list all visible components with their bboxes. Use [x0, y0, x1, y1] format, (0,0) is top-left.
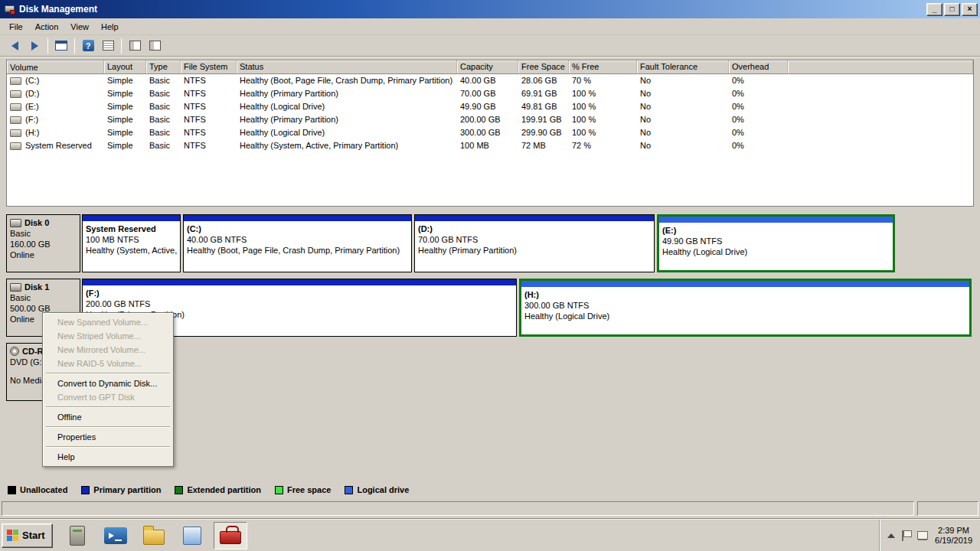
partition-c[interactable]: (C:)40.00 GB NTFSHealthy (Boot, Page Fil… [183, 214, 412, 272]
volume-row[interactable]: (C:)SimpleBasicNTFSHealthy (Boot, Page F… [7, 74, 973, 87]
partition-label: (C:) [187, 223, 408, 234]
column-header-layout[interactable]: Layout [104, 60, 146, 73]
export-list-button[interactable] [99, 37, 117, 54]
cd-icon [10, 347, 19, 356]
menu-item-convert-to-dynamic-disk[interactable]: Convert to Dynamic Disk... [44, 377, 172, 390]
volume-cell-pct-free: 100 % [569, 113, 637, 126]
partition-e[interactable]: (E:)49.90 GB NTFSHealthy (Logical Drive) [657, 214, 895, 272]
context-menu: New Spanned Volume...New Striped Volume.… [42, 312, 174, 467]
volume-cell-layout: Simple [104, 100, 146, 113]
volume-row[interactable]: (E:)SimpleBasicNTFSHealthy (Logical Driv… [7, 100, 973, 113]
toolbar-separator [74, 38, 75, 54]
volume-cell-file-system: NTFS [181, 74, 237, 87]
disk-0-info-panel[interactable]: Disk 0Basic160.00 GBOnline [6, 214, 80, 272]
volume-cell-overhead: 0% [729, 74, 788, 87]
column-header-file-system[interactable]: File System [181, 60, 237, 73]
volume-cell-free-space: 72 MB [518, 139, 569, 152]
column-header-type[interactable]: Type [146, 60, 181, 73]
partition-size: 300.00 GB NTFS [524, 300, 966, 311]
volume-cell-filler [788, 113, 973, 126]
volume-cell-volume: (E:) [7, 100, 104, 113]
partition-color-bar [521, 281, 969, 287]
column-header-fault-tolerance[interactable]: Fault Tolerance [637, 60, 729, 73]
taskbar-powershell-button[interactable] [99, 522, 132, 549]
status-panel-main [2, 501, 914, 516]
action-center-flag-icon[interactable] [902, 530, 910, 541]
disk-type: Basic [10, 229, 77, 238]
taskbar-file-explorer-button[interactable] [137, 522, 171, 549]
volume-row[interactable]: (F:)SimpleBasicNTFSHealthy (Primary Part… [7, 113, 973, 126]
volume-row[interactable]: (D:)SimpleBasicNTFSHealthy (Primary Part… [7, 87, 973, 100]
partition-status: Healthy (System, Active, Primary Partiti… [86, 245, 177, 256]
partition-d[interactable]: (D:)70.00 GB NTFSHealthy (Primary Partit… [414, 214, 655, 272]
drive-icon [10, 142, 21, 150]
volume-cell-filler [788, 126, 973, 139]
maximize-button[interactable]: □ [944, 3, 960, 16]
menu-action[interactable]: Action [29, 20, 65, 34]
volume-cell-status: Healthy (Primary Partition) [237, 87, 457, 100]
hidden-icons-chevron-icon[interactable] [887, 533, 895, 538]
volume-row[interactable]: System ReservedSimpleBasicNTFSHealthy (S… [7, 139, 973, 152]
taskbar-iscsi-button[interactable] [175, 522, 209, 549]
disk-icon [10, 283, 21, 292]
volume-cell-pct-free: 72 % [569, 139, 637, 152]
menu-separator [46, 406, 170, 408]
system-tray: 2:39 PM 6/19/2019 [879, 520, 980, 551]
network-icon[interactable] [917, 531, 928, 540]
views-icon [129, 41, 141, 51]
partition-status: Healthy (Logical Drive) [662, 246, 890, 257]
menu-item-offline[interactable]: Offline [44, 410, 172, 424]
back-button[interactable] [5, 37, 24, 54]
taskbar-server-manager-button[interactable] [60, 522, 94, 549]
menu-view[interactable]: View [64, 20, 95, 34]
volume-cell-capacity: 100 MB [457, 139, 518, 152]
start-button[interactable]: Start [2, 523, 53, 548]
menu-item-properties[interactable]: Properties [44, 430, 172, 444]
disk-icon [10, 219, 21, 227]
column-header-pct-free[interactable]: % Free [569, 60, 637, 73]
status-bar [2, 499, 978, 517]
column-header-overhead[interactable]: Overhead [729, 60, 788, 73]
column-header-status[interactable]: Status [237, 60, 457, 73]
views-button[interactable] [126, 37, 144, 54]
partition-h[interactable]: (H:)300.00 GB NTFSHealthy (Logical Drive… [519, 279, 972, 337]
menu-file[interactable]: File [3, 20, 29, 34]
partition-label: (D:) [418, 223, 651, 234]
drive-icon [10, 103, 21, 111]
taskbar: Start 2:39 PM 6/19/2019 [0, 519, 980, 551]
column-header-volume[interactable]: Volume [7, 60, 104, 73]
volume-list: Volume Layout Type File System Status Ca… [6, 60, 974, 207]
column-header-capacity[interactable]: Capacity [457, 60, 518, 73]
console-tree-button[interactable] [52, 37, 70, 54]
close-button[interactable]: × [962, 3, 978, 16]
menu-item-help[interactable]: Help [44, 450, 172, 464]
partition-size: 70.00 GB NTFS [418, 234, 651, 245]
minimize-button[interactable]: _ [926, 3, 942, 16]
partition-system-reserved[interactable]: System Reserved100 MB NTFSHealthy (Syste… [82, 214, 181, 272]
clock[interactable]: 2:39 PM 6/19/2019 [935, 526, 972, 546]
title-bar[interactable]: Disk Management _ □ × [0, 0, 980, 18]
column-header-free-space[interactable]: Free Space [518, 60, 569, 73]
partition-text: (D:)70.00 GB NTFSHealthy (Primary Partit… [415, 221, 654, 256]
volume-cell-file-system: NTFS [181, 139, 237, 152]
menu-item-new-raid-5-volume: New RAID-5 Volume... [44, 357, 172, 370]
volume-cell-free-space: 69.91 GB [518, 87, 569, 100]
partitions: (F:)200.00 GB NTFSHealthy (Primary Parti… [82, 279, 980, 337]
menu-help[interactable]: Help [95, 20, 125, 34]
volume-cell-type: Basic [146, 139, 181, 152]
clock-date: 6/19/2019 [935, 536, 972, 546]
help-button[interactable]: ? [79, 37, 97, 54]
action-pane-button[interactable] [145, 37, 164, 54]
partition-color-bar [415, 215, 654, 221]
volume-cell-layout: Simple [104, 74, 146, 87]
forward-button[interactable] [25, 37, 44, 54]
window-title: Disk Management [19, 4, 925, 15]
status-panel-right [917, 501, 978, 516]
taskbar-disk-management-button[interactable] [214, 522, 247, 549]
volume-row[interactable]: (H:)SimpleBasicNTFSHealthy (Logical Driv… [7, 126, 973, 139]
volume-cell-free-space: 199.91 GB [518, 113, 569, 126]
partition-size: 49.90 GB NTFS [662, 236, 890, 246]
partition-size: 100 MB NTFS [86, 234, 177, 245]
back-arrow-icon [11, 41, 18, 51]
volume-cell-capacity: 49.90 GB [457, 100, 518, 113]
